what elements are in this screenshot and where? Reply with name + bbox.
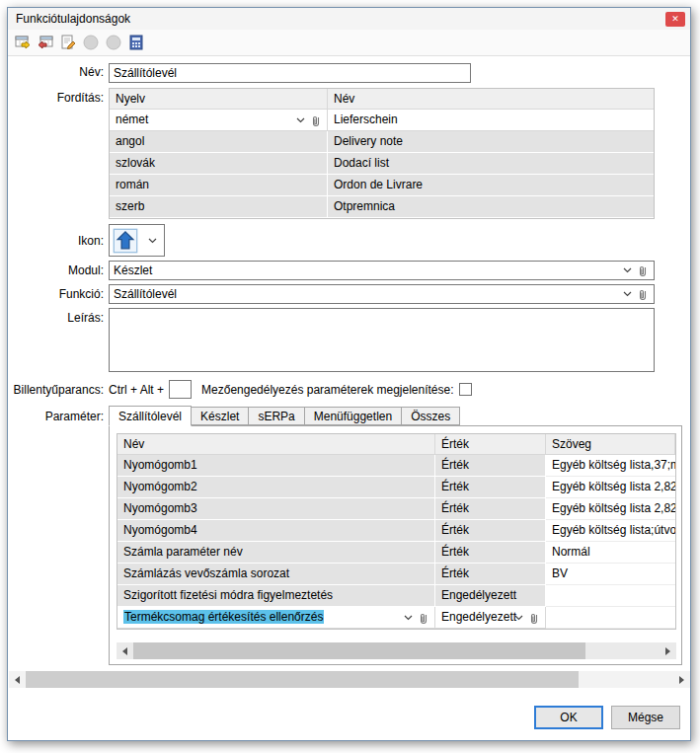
delete-record-icon <box>37 34 54 51</box>
scroll-right-button[interactable] <box>673 671 690 688</box>
scroll-left-icon <box>11 676 20 684</box>
param-text-cell[interactable]: Egyéb költség lista,37;m <box>546 455 675 477</box>
param-text-cell[interactable]: BV <box>546 564 675 585</box>
param-value-cell[interactable]: Engedélyezett <box>435 585 546 607</box>
add-record-icon <box>14 34 32 51</box>
param-text-cell[interactable] <box>546 585 675 607</box>
module-dropdown[interactable]: Készlet <box>109 261 655 280</box>
translation-name-cell[interactable]: Delivery note <box>328 131 654 152</box>
close-icon: ✕ <box>671 14 679 24</box>
icon-dropdown[interactable] <box>109 224 165 257</box>
scrollbar-thumb[interactable] <box>26 671 579 688</box>
parameter-row[interactable]: Nyomógomb2 Érték Egyéb költség lista 2,8… <box>117 477 675 498</box>
translation-name-cell[interactable]: Otpremnica <box>328 196 654 217</box>
parameter-row[interactable]: Számla paraméter név Érték Normál <box>117 542 675 564</box>
scrollbar-thumb[interactable] <box>133 642 585 659</box>
translation-language-cell[interactable]: román <box>110 175 328 195</box>
param-value-cell[interactable]: Érték <box>435 564 546 585</box>
translation-row[interactable]: angol Delivery note <box>110 131 654 153</box>
edit-button[interactable] <box>58 33 78 52</box>
tab-osszes[interactable]: Összes <box>402 407 460 425</box>
nav-next-icon <box>105 34 122 51</box>
chevron-down-icon[interactable] <box>623 267 632 273</box>
chevron-down-icon[interactable] <box>404 615 413 621</box>
translation-name-cell[interactable]: Lieferschein <box>328 110 654 130</box>
name-label: Név: <box>8 65 104 79</box>
parameter-tabs: Szállítólevél Készlet sERPa Menüfüggetle… <box>109 405 460 425</box>
parameter-row[interactable]: Nyomógomb4 Érték Egyéb költség lista;útv… <box>117 520 675 542</box>
function-dropdown[interactable]: Szállítólevél <box>109 284 655 304</box>
add-record-button[interactable] <box>13 33 33 52</box>
translation-name-cell[interactable]: Dodací list <box>328 153 654 174</box>
paperclip-icon[interactable] <box>638 264 648 277</box>
chevron-down-icon[interactable] <box>514 615 523 621</box>
nav-prev-icon <box>82 34 100 51</box>
parameter-row[interactable]: Nyomógomb1 Érték Egyéb költség lista,37;… <box>117 455 675 477</box>
translation-language-cell[interactable]: szerb <box>110 196 328 217</box>
description-textarea[interactable] <box>109 308 655 372</box>
param-text-cell[interactable]: Normál <box>546 542 675 564</box>
translation-row[interactable]: szerb Otpremnica <box>110 196 654 218</box>
ok-button[interactable]: OK <box>534 706 603 729</box>
param-value-cell[interactable]: Érték <box>435 520 546 542</box>
dialog-horizontal-scrollbar[interactable] <box>9 671 690 688</box>
parameter-row[interactable]: Számlázás vevőszámla sorozat Érték BV <box>117 564 675 585</box>
translation-row[interactable]: román Ordon de Livrare <box>110 175 654 196</box>
param-header-value: Érték <box>435 434 546 454</box>
description-label: Leírás: <box>8 311 104 325</box>
param-name-cell[interactable]: Nyomógomb3 <box>117 498 435 520</box>
tab-keszlet[interactable]: Készlet <box>192 407 249 425</box>
chevron-down-icon[interactable] <box>296 117 305 123</box>
param-name-combobox[interactable]: Termékcsomag értékesítés ellenőrzés <box>117 607 435 629</box>
param-name-cell[interactable]: Szigorított fizetési módra figyelmezteté… <box>117 585 435 607</box>
close-button[interactable]: ✕ <box>665 12 685 27</box>
scroll-left-button[interactable] <box>117 642 133 659</box>
parameter-row-selected[interactable]: Termékcsomag értékesítés ellenőrzés Enge… <box>117 607 675 629</box>
paperclip-icon[interactable] <box>419 612 428 625</box>
table-horizontal-scrollbar[interactable] <box>117 642 676 659</box>
delete-record-button[interactable] <box>36 33 55 52</box>
param-name-cell[interactable]: Számlázás vevőszámla sorozat <box>117 564 435 585</box>
param-header-text: Szöveg <box>546 434 675 454</box>
scroll-right-button[interactable] <box>660 642 676 659</box>
paperclip-icon[interactable] <box>311 114 321 127</box>
param-name-cell[interactable]: Számla paraméter név <box>117 542 435 564</box>
paperclip-icon[interactable] <box>529 612 539 625</box>
chevron-down-icon[interactable] <box>148 238 157 244</box>
translation-row[interactable]: német Lieferschein <box>110 110 654 131</box>
param-value-cell[interactable]: Érték <box>435 477 546 498</box>
title-bar[interactable]: Funkciótulajdonságok ✕ <box>8 8 690 30</box>
translation-row[interactable]: szlovák Dodací list <box>110 153 654 175</box>
language-combobox[interactable]: német <box>110 110 328 130</box>
nav-prev-button[interactable] <box>81 33 101 52</box>
calculator-button[interactable] <box>126 33 146 52</box>
param-text-cell[interactable]: Egyéb költség lista 2,82; <box>546 498 675 520</box>
parameter-table: Név Érték Szöveg Nyomógomb1 Érték Egyéb … <box>117 433 676 630</box>
parameter-row[interactable]: Nyomógomb3 Érték Egyéb költség lista 2,8… <box>117 498 675 520</box>
param-value-cell[interactable]: Érték <box>435 498 546 520</box>
translation-language-cell[interactable]: szlovák <box>110 153 328 174</box>
param-name-cell[interactable]: Nyomógomb2 <box>117 477 435 498</box>
tab-szallitolevel[interactable]: Szállítólevél <box>109 406 192 426</box>
scroll-left-button[interactable] <box>9 671 26 688</box>
nav-next-button[interactable] <box>104 33 123 52</box>
tab-menufuggetlen[interactable]: Menüfüggetlen <box>305 407 402 425</box>
name-input[interactable] <box>109 63 471 83</box>
translation-name-cell[interactable]: Ordon de Livrare <box>328 175 654 195</box>
parameter-row[interactable]: Szigorított fizetési módra figyelmezteté… <box>117 585 675 607</box>
translation-language-cell[interactable]: angol <box>110 131 328 152</box>
cancel-button[interactable]: Mégse <box>611 706 680 729</box>
param-text-cell[interactable] <box>546 607 675 629</box>
param-value-cell[interactable]: Érték <box>435 455 546 477</box>
param-value-combobox[interactable]: Engedélyezett <box>435 607 546 629</box>
shortcut-key-input[interactable] <box>169 380 192 399</box>
paperclip-icon[interactable] <box>638 288 648 301</box>
param-text-cell[interactable]: Egyéb költség lista 2,82; <box>546 477 675 498</box>
param-value-cell[interactable]: Érték <box>435 542 546 564</box>
field-permission-checkbox[interactable] <box>459 383 472 396</box>
param-name-cell[interactable]: Nyomógomb1 <box>117 455 435 477</box>
param-text-cell[interactable]: Egyéb költség lista;útvo <box>546 520 675 542</box>
chevron-down-icon[interactable] <box>623 291 632 297</box>
tab-serpa[interactable]: sERPa <box>249 407 304 425</box>
param-name-cell[interactable]: Nyomógomb4 <box>117 520 435 542</box>
